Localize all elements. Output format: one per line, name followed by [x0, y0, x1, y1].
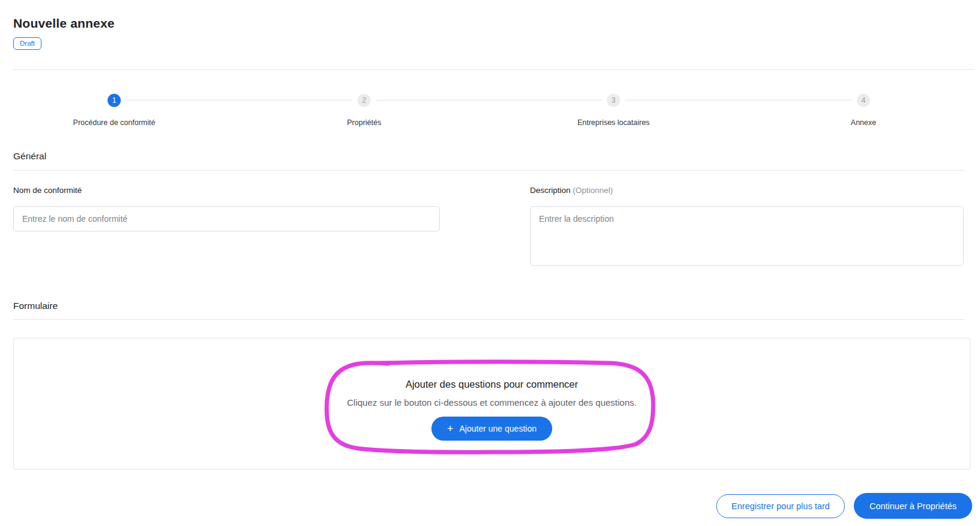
step-connector — [126, 100, 353, 100]
add-question-button[interactable]: + Ajouter une question — [431, 417, 552, 441]
footer-actions: Enregistrer pour plus tard Continuer à P… — [716, 493, 972, 519]
plus-icon: + — [447, 423, 454, 434]
form-section-divider — [13, 319, 964, 320]
step-label-compliance: Procédure de conformité — [18, 118, 210, 127]
status-badge: Draft — [13, 37, 41, 50]
compliance-name-input[interactable] — [13, 206, 440, 231]
step-indicator-1[interactable]: 1 — [108, 94, 121, 107]
empty-state-subtitle: Cliquez sur le bouton ci-dessous et comm… — [13, 397, 970, 408]
empty-state-title: Ajouter des questions pour commencer — [13, 379, 970, 390]
general-section-divider — [13, 170, 964, 171]
step-indicator-2[interactable]: 2 — [358, 94, 371, 107]
step-indicator-4[interactable]: 4 — [857, 94, 870, 107]
optional-hint: (Optionnel) — [573, 186, 613, 195]
new-annex-page: Nouvelle annexe Draft 1 2 3 4 Procédure … — [0, 0, 980, 526]
step-label-annex: Annexe — [767, 118, 960, 127]
step-label-properties: Propriétés — [268, 118, 460, 127]
general-section-heading: Général — [13, 151, 46, 162]
step-connector — [376, 100, 602, 100]
save-for-later-button[interactable]: Enregistrer pour plus tard — [716, 494, 845, 518]
description-textarea[interactable] — [530, 206, 964, 266]
form-empty-state: Ajouter des questions pour commencer Cli… — [13, 379, 970, 441]
continue-to-properties-button[interactable]: Continuer à Propriétés — [854, 493, 972, 519]
compliance-name-label: Nom de conformité — [13, 186, 82, 195]
description-label-text: Description — [530, 186, 571, 195]
description-label: Description (Optionnel) — [530, 186, 613, 195]
add-question-button-label: Ajouter une question — [460, 424, 537, 433]
step-connector — [625, 100, 852, 100]
header-divider — [13, 69, 975, 70]
page-title: Nouvelle annexe — [13, 16, 115, 31]
step-indicator-3[interactable]: 3 — [607, 94, 620, 107]
step-label-tenant-companies: Entreprises locataires — [517, 118, 710, 127]
form-section-heading: Formulaire — [13, 301, 58, 311]
